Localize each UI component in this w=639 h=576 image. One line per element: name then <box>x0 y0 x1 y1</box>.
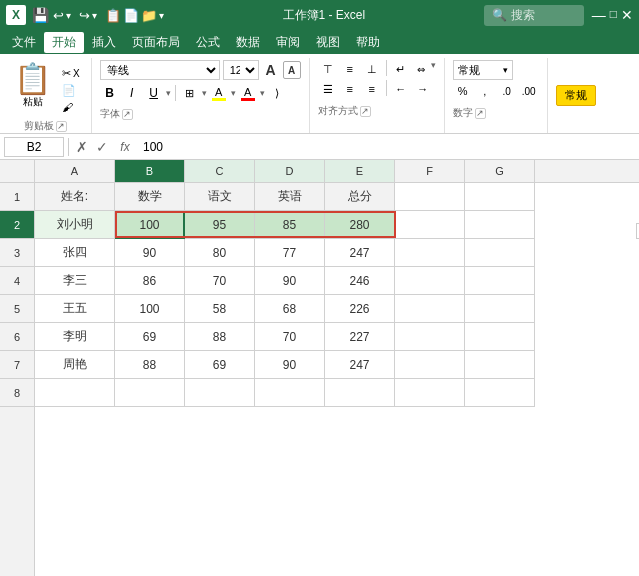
merge-dropdown[interactable]: ▾ <box>431 60 436 78</box>
align-left-btn[interactable]: ☰ <box>318 80 338 98</box>
col-header-g[interactable]: G <box>465 160 535 182</box>
align-middle-btn[interactable]: ≡ <box>340 60 360 78</box>
font-size-selector[interactable]: 12 <box>223 60 259 80</box>
cell-e2[interactable]: 280 <box>325 211 395 239</box>
close-btn[interactable]: ✕ <box>621 7 633 23</box>
maximize-btn[interactable]: □ <box>610 7 617 23</box>
menu-item-view[interactable]: 视图 <box>308 32 348 53</box>
align-bottom-btn[interactable]: ⊥ <box>362 60 382 78</box>
decrease-decimal-btn[interactable]: .00 <box>519 82 539 100</box>
menu-item-insert[interactable]: 插入 <box>84 32 124 53</box>
normal-style-btn[interactable]: 常规 <box>556 85 596 106</box>
cell-b1[interactable]: 数学 <box>115 183 185 211</box>
minimize-btn[interactable]: — <box>592 7 606 23</box>
cell-d6[interactable]: 70 <box>255 323 325 351</box>
row-header-1[interactable]: 1 <box>0 183 34 211</box>
row-header-4[interactable]: 4 <box>0 267 34 295</box>
insert-function-btn[interactable]: fx <box>113 140 137 154</box>
cell-d7[interactable]: 90 <box>255 351 325 379</box>
cell-b5[interactable]: 100 <box>115 295 185 323</box>
cell-g8[interactable] <box>465 379 535 407</box>
cell-a4[interactable]: 李三 <box>35 267 115 295</box>
cell-e1[interactable]: 总分 <box>325 183 395 211</box>
cell-b8[interactable] <box>115 379 185 407</box>
quick-access-more2[interactable]: 📄 <box>123 8 139 23</box>
row-header-3[interactable]: 3 <box>0 239 34 267</box>
fill-btn[interactable]: A <box>209 83 229 103</box>
decrease-indent-btn[interactable]: ← <box>391 80 411 98</box>
cell-g1[interactable] <box>465 183 535 211</box>
comma-btn[interactable]: , <box>475 82 495 100</box>
cell-d4[interactable]: 90 <box>255 267 325 295</box>
fontcolor-dropdown[interactable]: ▾ <box>260 88 265 98</box>
copy-button[interactable]: 📄 <box>59 83 83 98</box>
number-format-selector[interactable]: 常规 ▾ <box>453 60 513 80</box>
cell-f2[interactable] <box>395 211 465 239</box>
cell-e4[interactable]: 246 <box>325 267 395 295</box>
cell-f3[interactable] <box>395 239 465 267</box>
cell-b7[interactable]: 88 <box>115 351 185 379</box>
cell-reference-input[interactable] <box>4 137 64 157</box>
menu-item-help[interactable]: 帮助 <box>348 32 388 53</box>
cell-b4[interactable]: 86 <box>115 267 185 295</box>
border-dropdown[interactable]: ▾ <box>202 88 207 98</box>
quick-access-redo[interactable]: ↪ <box>79 8 90 23</box>
menu-item-file[interactable]: 文件 <box>4 32 44 53</box>
clipboard-expand[interactable]: ↗ <box>56 121 67 132</box>
cell-d1[interactable]: 英语 <box>255 183 325 211</box>
menu-item-data[interactable]: 数据 <box>228 32 268 53</box>
cell-c6[interactable]: 88 <box>185 323 255 351</box>
format-painter-button[interactable]: 🖌 <box>59 100 83 114</box>
cell-g4[interactable] <box>465 267 535 295</box>
cell-d5[interactable]: 68 <box>255 295 325 323</box>
cell-f5[interactable] <box>395 295 465 323</box>
align-expand[interactable]: ↗ <box>360 106 371 117</box>
cell-g6[interactable] <box>465 323 535 351</box>
col-header-b[interactable]: B <box>115 160 185 182</box>
cell-f4[interactable] <box>395 267 465 295</box>
cell-g5[interactable] <box>465 295 535 323</box>
align-center-btn[interactable]: ≡ <box>340 80 360 98</box>
italic-btn[interactable]: I <box>122 83 142 103</box>
increase-indent-btn[interactable]: → <box>413 80 433 98</box>
row-header-7[interactable]: 7 <box>0 351 34 379</box>
increase-decimal-btn[interactable]: .0 <box>497 82 517 100</box>
quick-access-undo[interactable]: ↩ <box>53 8 64 23</box>
number-expand[interactable]: ↗ <box>475 108 486 119</box>
underline-dropdown[interactable]: ▾ <box>166 88 171 98</box>
cell-b2[interactable]: 100 <box>115 211 185 239</box>
font-selector[interactable]: 等线 <box>100 60 220 80</box>
font-grow-btn[interactable]: A <box>262 61 280 79</box>
cell-c2[interactable]: 95 <box>185 211 255 239</box>
border-btn[interactable]: ⊞ <box>180 83 200 103</box>
quick-access-more3[interactable]: 📁 <box>141 8 157 23</box>
col-header-a[interactable]: A <box>35 160 115 182</box>
cell-e7[interactable]: 247 <box>325 351 395 379</box>
menu-item-review[interactable]: 审阅 <box>268 32 308 53</box>
cell-d3[interactable]: 77 <box>255 239 325 267</box>
cell-d8[interactable] <box>255 379 325 407</box>
cell-a2[interactable]: 刘小明 <box>35 211 115 239</box>
font-shrink-btn[interactable]: A <box>283 61 301 79</box>
col-header-f[interactable]: F <box>395 160 465 182</box>
quick-access-dropdown2[interactable]: ▾ <box>92 10 97 21</box>
cell-f1[interactable] <box>395 183 465 211</box>
cell-c8[interactable] <box>185 379 255 407</box>
cell-a7[interactable]: 周艳 <box>35 351 115 379</box>
row-header-2[interactable]: 2 <box>0 211 34 239</box>
cell-a6[interactable]: 李明 <box>35 323 115 351</box>
formula-input[interactable] <box>139 140 635 154</box>
menu-item-home[interactable]: 开始 <box>44 32 84 53</box>
row-header-6[interactable]: 6 <box>0 323 34 351</box>
cell-a5[interactable]: 王五 <box>35 295 115 323</box>
confirm-formula-btn[interactable]: ✓ <box>93 139 111 155</box>
cell-c4[interactable]: 70 <box>185 267 255 295</box>
col-header-c[interactable]: C <box>185 160 255 182</box>
merge-btn[interactable]: ⇔ <box>413 60 429 78</box>
fill-dropdown[interactable]: ▾ <box>231 88 236 98</box>
cell-f6[interactable] <box>395 323 465 351</box>
menu-item-formula[interactable]: 公式 <box>188 32 228 53</box>
cell-g7[interactable] <box>465 351 535 379</box>
cell-e8[interactable] <box>325 379 395 407</box>
quick-access-save[interactable]: 💾 <box>32 7 49 23</box>
